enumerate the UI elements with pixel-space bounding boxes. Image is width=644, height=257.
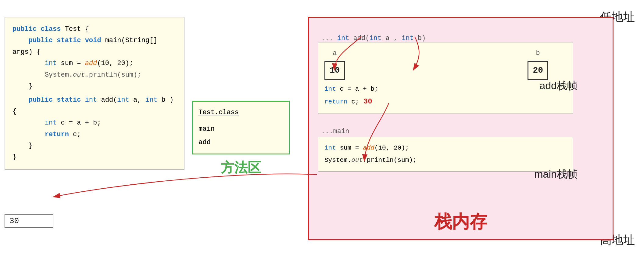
- add-frame-label: add栈帧: [539, 79, 578, 93]
- method-area-container: Test.class main add 方法区: [192, 101, 290, 177]
- param-b-label: b: [536, 47, 540, 60]
- stack-memory-title: 栈内存: [309, 210, 613, 234]
- test-class-label: Test.class: [199, 106, 283, 119]
- param-a-label: a: [333, 47, 337, 60]
- param-a-col: a 10: [324, 47, 345, 80]
- param-b-box: 20: [528, 61, 548, 80]
- param-row: a 10 b 20: [324, 47, 567, 80]
- main-line1: int sum = add(10, 20);: [324, 142, 567, 154]
- result-box: 30: [5, 214, 53, 228]
- code-line-3: int sum = add(10, 20);: [13, 58, 177, 69]
- code-line-2: public static void main(String[] args) {: [13, 35, 177, 58]
- method-area-title: 方法区: [192, 159, 290, 177]
- add-frame-box: a 10 b 20 int c = a + b; return c; 30: [318, 42, 573, 114]
- code-line-4: System.out.println(sum);: [13, 69, 177, 81]
- method-add-label: add: [199, 136, 283, 149]
- code-line-8: return c;: [13, 129, 177, 140]
- main-frame-header: ...main: [321, 128, 349, 135]
- result-value: 30: [9, 216, 19, 226]
- code-line-1: public class Test {: [13, 24, 177, 35]
- code-line-7: int c = a + b;: [13, 117, 177, 128]
- main-line2: System.out.println(sum);: [324, 154, 567, 166]
- code-line-6: public static int add(int a, int b ){: [13, 94, 177, 117]
- code-line-10: }: [13, 151, 177, 163]
- method-area-box: Test.class main add: [192, 101, 290, 154]
- code-line-5: }: [13, 81, 177, 92]
- method-main-label: main: [199, 122, 283, 136]
- add-frame-header: ... int add(int a , int b): [321, 34, 426, 42]
- main-frame-box: int sum = add(10, 20); System.out.printl…: [318, 137, 573, 172]
- add-line1: int c = a + b;: [324, 83, 567, 95]
- param-a-box: 10: [324, 61, 345, 80]
- arrow-to-result-box: [53, 174, 317, 197]
- code-line-9: }: [13, 140, 177, 151]
- code-panel: public class Test { public static void m…: [5, 17, 184, 170]
- add-line2: return c; 30: [324, 95, 567, 108]
- param-b-col: b 20: [528, 47, 548, 80]
- stack-area: ... int add(int a , int b) a 10 b 20 int…: [308, 17, 614, 240]
- main-frame-label: main栈帧: [534, 167, 578, 181]
